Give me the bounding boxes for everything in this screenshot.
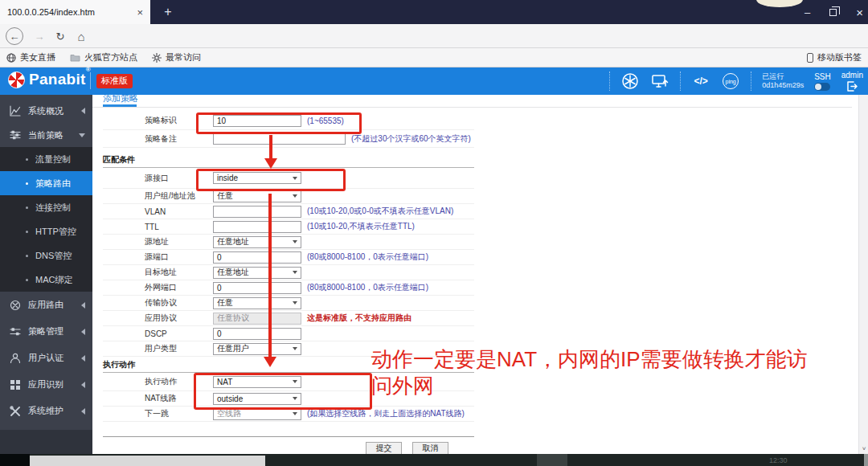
window-restore-button[interactable] bbox=[829, 9, 837, 16]
sidebar-item-current-policy[interactable]: 当前策略 bbox=[0, 123, 92, 147]
source-interface-select[interactable]: inside bbox=[213, 172, 301, 184]
submit-button[interactable]: 提交 bbox=[366, 442, 402, 454]
next-hop-select[interactable]: 空线路 bbox=[213, 408, 301, 420]
wan-port-input[interactable]: 0 bbox=[213, 282, 301, 294]
sliders-icon bbox=[10, 129, 21, 141]
source-address-select[interactable]: 任意地址 bbox=[213, 236, 301, 248]
back-button[interactable]: ← bbox=[6, 27, 23, 45]
field-label: VLAN bbox=[145, 207, 213, 216]
chevron-left-icon bbox=[81, 408, 85, 415]
home-button[interactable]: ⌂ bbox=[72, 27, 90, 45]
sidebar-subitem-label: MAC绑定 bbox=[35, 274, 72, 286]
new-tab-button[interactable]: + bbox=[158, 2, 178, 22]
window-close-button[interactable]: × bbox=[856, 6, 863, 19]
dscp-input[interactable]: 0 bbox=[213, 328, 301, 340]
sidebar-item-system-overview[interactable]: 系统概况 bbox=[0, 99, 92, 123]
sidebar-subitem-connection-control[interactable]: 连接控制 bbox=[0, 195, 92, 219]
taskbar-segment bbox=[864, 454, 868, 466]
ssh-label: SSH bbox=[814, 72, 831, 81]
ping-icon[interactable]: ping bbox=[721, 72, 740, 91]
monitor-upload-icon[interactable] bbox=[650, 72, 669, 91]
policy-sliders-icon bbox=[10, 326, 21, 337]
sidebar-item-user-auth[interactable]: 用户认证 bbox=[0, 345, 92, 371]
bookmark-item[interactable]: 美女直播 bbox=[6, 51, 55, 63]
tab-close-icon[interactable]: × bbox=[137, 6, 143, 18]
form-row-dscp: DSCP 0 bbox=[103, 326, 474, 341]
field-label: 策略标识 bbox=[145, 115, 213, 126]
bookmark-label: 美女直播 bbox=[20, 51, 55, 63]
field-label: 源端口 bbox=[145, 251, 213, 263]
form-row-source-address: 源地址 任意地址 bbox=[103, 235, 474, 250]
nat-line-select[interactable]: outside bbox=[213, 393, 301, 405]
phone-icon bbox=[807, 53, 813, 63]
taskbar-segment bbox=[30, 456, 265, 466]
chevron-down-icon bbox=[79, 133, 85, 137]
sidebar-subitem-label: DNS管控 bbox=[35, 250, 72, 262]
ttl-input[interactable] bbox=[213, 221, 301, 233]
user-menu[interactable]: admin bbox=[841, 71, 863, 92]
mobile-bookmarks[interactable]: 移动版书签 bbox=[807, 51, 862, 63]
sidebar-item-app-route[interactable]: 应用路由 bbox=[0, 292, 92, 318]
field-label: 执行动作 bbox=[145, 376, 213, 387]
user-type-select[interactable]: 任意用户 bbox=[213, 343, 301, 355]
taskbar: 12:30 bbox=[0, 454, 868, 466]
user-label: admin bbox=[841, 71, 863, 80]
form-row-wan-port: 外网端口 0 (80或8000-8100，0表示任意端口) bbox=[103, 280, 474, 296]
sidebar-subitem-http-control[interactable]: HTTP管控 bbox=[0, 219, 92, 243]
usergroup-select[interactable]: 任意 bbox=[213, 190, 301, 202]
chevron-down-icon bbox=[293, 397, 297, 400]
bullet-icon bbox=[26, 182, 28, 185]
vertical-scrollbar[interactable]: ˅ bbox=[858, 95, 868, 454]
field-hint: (80或8000-8100，0表示任意端口) bbox=[307, 282, 428, 293]
action-select[interactable]: NAT bbox=[213, 376, 301, 388]
forward-button[interactable]: → bbox=[31, 27, 48, 45]
chevron-down-icon bbox=[293, 194, 297, 198]
chevron-left-icon bbox=[81, 355, 85, 362]
code-icon[interactable]: </> bbox=[691, 72, 710, 91]
sidebar-item-policy-management[interactable]: 策略管理 bbox=[0, 318, 92, 345]
ssh-control: SSH bbox=[814, 72, 831, 91]
window-minimize-button[interactable]: – bbox=[805, 6, 810, 18]
chevron-left-icon bbox=[81, 382, 85, 388]
sidebar-nav: 系统概况 当前策略 流量控制 策略路由 连接控制 HTTP管控 DNS管控 MA… bbox=[0, 95, 92, 454]
cancel-button[interactable]: 取消 bbox=[412, 442, 448, 454]
section-match-conditions: 匹配条件 bbox=[103, 156, 474, 168]
sidebar-subitem-mac-binding[interactable]: MAC绑定 bbox=[0, 268, 92, 292]
page-tab-title[interactable]: 添加策略 bbox=[103, 95, 138, 104]
transport-protocol-select[interactable]: 任意 bbox=[213, 297, 301, 309]
grid-icon bbox=[10, 379, 21, 390]
field-hint: (10或10-20,不填表示任意TTL) bbox=[307, 221, 415, 232]
dest-address-select[interactable]: 任意地址 bbox=[213, 267, 301, 279]
policy-id-input[interactable]: 10 bbox=[213, 115, 301, 127]
uptime-status: 已运行 0d1h45m29s bbox=[762, 72, 804, 90]
field-label: TTL bbox=[145, 223, 213, 231]
user-icon bbox=[10, 353, 21, 364]
scroll-down-icon[interactable]: ˅ bbox=[859, 445, 868, 452]
bookmark-folder[interactable]: 火狐官方站点 bbox=[70, 51, 137, 63]
sidebar-subitem-label: 策略路由 bbox=[35, 178, 71, 190]
browser-tab[interactable]: 100.0.0.254/index.htm × bbox=[0, 0, 150, 24]
sidebar-subitem-label: HTTP管控 bbox=[35, 226, 76, 238]
policy-note-input[interactable] bbox=[213, 133, 346, 145]
sidebar-subitem-policy-route[interactable]: 策略路由 bbox=[0, 171, 92, 195]
policy-form: 策略标识 10 (1~65535) 策略备注 (不超过30个汉字或60个英文字符… bbox=[103, 112, 474, 454]
vlan-input[interactable] bbox=[213, 206, 301, 218]
form-row-source-interface: 源接口 inside bbox=[103, 168, 474, 189]
reload-button[interactable]: ↻ bbox=[51, 27, 69, 45]
sidebar-item-system-maintenance[interactable]: 系统维护 bbox=[0, 398, 92, 424]
logout-door-icon bbox=[846, 81, 858, 92]
bookmark-label: 火狐官方站点 bbox=[84, 51, 137, 63]
ssh-toggle[interactable] bbox=[814, 83, 830, 91]
sidebar-subitem-traffic-control[interactable]: 流量控制 bbox=[0, 147, 92, 171]
app-wheel-icon[interactable] bbox=[620, 72, 640, 91]
field-label: DSCP bbox=[145, 329, 213, 338]
app-route-icon bbox=[10, 300, 21, 311]
uptime-label: 已运行 bbox=[762, 72, 804, 81]
sidebar-subitem-dns-control[interactable]: DNS管控 bbox=[0, 243, 92, 268]
chevron-down-icon bbox=[293, 301, 297, 305]
sidebar-item-app-identify[interactable]: 应用识别 bbox=[0, 371, 92, 398]
folder-icon bbox=[70, 53, 80, 62]
source-port-input[interactable]: 0 bbox=[213, 251, 301, 264]
sidebar-item-label: 策略管理 bbox=[28, 325, 63, 337]
bookmark-most-visited[interactable]: 最常访问 bbox=[152, 51, 201, 63]
